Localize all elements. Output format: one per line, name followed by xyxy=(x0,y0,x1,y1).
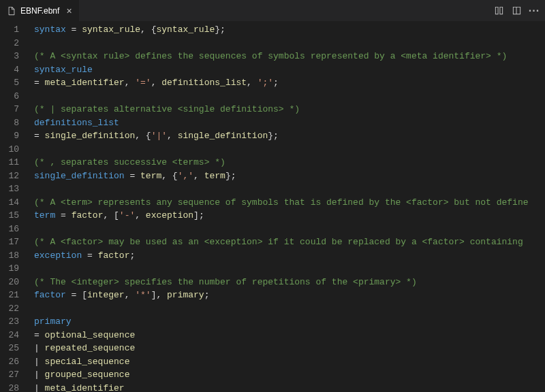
token-ident: syntax_rule xyxy=(156,24,215,35)
token-punct: | xyxy=(34,383,45,393)
token-punct: ], xyxy=(151,290,167,300)
token-punct: , { xyxy=(161,171,177,181)
token-string: '=' xyxy=(135,78,151,88)
tab-ebnf[interactable]: EBNF.ebnf × xyxy=(0,0,80,21)
token-punct: = xyxy=(55,210,71,220)
code-line[interactable] xyxy=(34,262,545,276)
tab-actions: ··· xyxy=(493,0,545,21)
line-number: 2 xyxy=(0,37,19,50)
code-line[interactable]: = optional_sequence xyxy=(34,329,545,342)
code-line[interactable]: factor = [integer, '*'], primary; xyxy=(34,289,545,302)
code-line[interactable]: | meta_identifier xyxy=(34,382,545,393)
token-comment: (* , separates successive <terms> *) xyxy=(34,157,225,167)
code-line[interactable] xyxy=(34,37,545,50)
token-ident: single_definition xyxy=(178,131,268,141)
line-number: 21 xyxy=(0,289,19,302)
line-number: 28 xyxy=(0,382,19,393)
code-line[interactable] xyxy=(34,223,545,236)
line-number: 14 xyxy=(0,196,19,210)
token-def: term xyxy=(34,210,55,220)
code-line[interactable]: (* A <syntax rule> defines the sequences… xyxy=(34,50,545,63)
line-number: 13 xyxy=(0,182,19,196)
line-number: 27 xyxy=(0,368,19,382)
line-number: 15 xyxy=(0,209,19,223)
line-number: 4 xyxy=(0,63,19,77)
token-ident: meta_identifier xyxy=(45,383,125,393)
line-number: 24 xyxy=(0,329,19,342)
code-line[interactable] xyxy=(34,182,545,196)
token-def: single_definition xyxy=(34,171,125,181)
token-punct: , { xyxy=(135,131,151,141)
token-punct: , { xyxy=(140,24,156,35)
token-ident: exception xyxy=(146,210,193,220)
code-line[interactable]: syntax_rule xyxy=(34,63,545,77)
more-actions-icon[interactable]: ··· xyxy=(529,5,540,16)
code-line[interactable]: = meta_identifier, '=', definitions_list… xyxy=(34,76,545,90)
code-line[interactable]: (* A <term> represents any sequence of s… xyxy=(34,196,545,210)
token-ident: optional_sequence xyxy=(45,330,136,340)
token-punct: = xyxy=(82,250,97,261)
code-line[interactable] xyxy=(34,143,545,157)
token-punct: ]; xyxy=(193,210,204,220)
code-line[interactable]: exception = factor; xyxy=(34,249,545,263)
code-line[interactable]: (* , separates successive <terms> *) xyxy=(34,156,545,169)
code-line[interactable]: primary xyxy=(34,315,545,329)
line-number: 23 xyxy=(0,315,19,329)
token-string: '|' xyxy=(151,131,167,141)
line-number: 3 xyxy=(0,50,19,63)
compare-icon[interactable] xyxy=(493,5,504,16)
token-ident: definitions_list xyxy=(161,78,247,88)
line-number: 26 xyxy=(0,355,19,369)
line-number: 11 xyxy=(0,156,19,169)
code-line[interactable] xyxy=(34,90,545,103)
code-line[interactable]: term = factor, ['-', exception]; xyxy=(34,209,545,223)
code-line[interactable]: definitions_list xyxy=(34,116,545,130)
token-punct: , xyxy=(193,171,204,181)
code-content[interactable]: syntax = syntax_rule, {syntax_rule}; (* … xyxy=(29,22,545,392)
line-number: 25 xyxy=(0,342,19,355)
token-punct: ; xyxy=(204,290,210,300)
code-line[interactable]: single_definition = term, {',', term}; xyxy=(34,169,545,183)
token-ident: grouped_sequence xyxy=(45,370,130,380)
line-number: 5 xyxy=(0,76,19,90)
token-punct: | xyxy=(34,343,45,353)
token-ident: repeated_sequence xyxy=(45,343,136,353)
token-punct: = xyxy=(34,330,45,340)
code-line[interactable]: (* | separates alternative <single defin… xyxy=(34,103,545,116)
token-punct: }; xyxy=(225,171,236,181)
token-def: exception xyxy=(34,250,82,261)
token-comment: (* The <integer> specifies the number of… xyxy=(34,277,417,287)
line-number: 20 xyxy=(0,276,19,289)
code-editor[interactable]: 1234567891011121314151617181920212223242… xyxy=(0,22,545,392)
line-number: 1 xyxy=(0,23,19,37)
close-icon[interactable]: × xyxy=(66,6,72,16)
token-punct: | xyxy=(34,370,45,380)
line-number: 18 xyxy=(0,249,19,263)
token-ident: term xyxy=(140,171,161,181)
line-number: 8 xyxy=(0,116,19,130)
token-punct: ; xyxy=(273,78,279,88)
line-number: 6 xyxy=(0,90,19,103)
token-punct: = xyxy=(125,171,140,181)
code-line[interactable]: (* The <integer> specifies the number of… xyxy=(34,276,545,289)
code-line[interactable] xyxy=(34,302,545,316)
token-punct: = xyxy=(34,78,45,88)
token-comment: (* A <term> represents any sequence of s… xyxy=(34,197,529,208)
code-line[interactable]: | repeated_sequence xyxy=(34,342,545,355)
token-punct: , xyxy=(125,290,136,300)
code-line[interactable]: (* A <factor> may be used as an <excepti… xyxy=(34,235,545,249)
code-line[interactable]: | grouped_sequence xyxy=(34,368,545,382)
editor-tabs: EBNF.ebnf × ··· xyxy=(0,0,545,22)
split-editor-icon[interactable] xyxy=(511,5,522,16)
line-number: 7 xyxy=(0,103,19,116)
token-def: definitions_list xyxy=(34,118,119,128)
code-line[interactable]: = single_definition, {'|', single_defini… xyxy=(34,129,545,143)
token-ident: syntax_rule xyxy=(82,24,140,35)
line-number: 9 xyxy=(0,129,19,143)
token-ident: meta_identifier xyxy=(45,78,125,88)
token-string: ',' xyxy=(178,171,193,181)
token-punct: = [ xyxy=(66,290,87,300)
code-line[interactable]: syntax = syntax_rule, {syntax_rule}; xyxy=(34,23,545,37)
token-punct: }; xyxy=(268,131,279,141)
code-line[interactable]: | special_sequence xyxy=(34,355,545,369)
